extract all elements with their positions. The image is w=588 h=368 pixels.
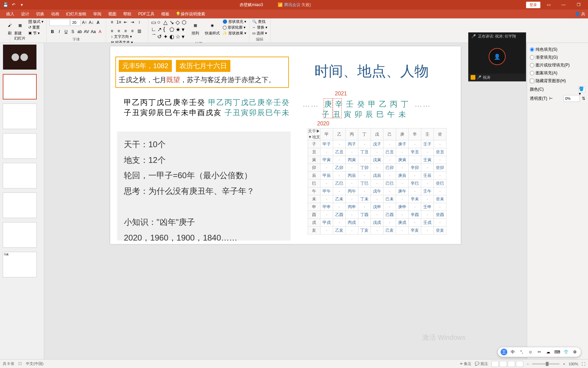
save-icon[interactable]: 💾	[3, 2, 8, 7]
underline-icon[interactable]: U	[63, 29, 69, 35]
justify-icon[interactable]: ≡	[129, 28, 135, 34]
sorter-view-icon[interactable]	[500, 361, 507, 367]
opt-hide-bg[interactable]: 隐藏背景图形(H)	[530, 77, 585, 85]
align-center-icon[interactable]: ≡	[116, 28, 122, 34]
indent-inc-icon[interactable]: ⇥	[129, 19, 135, 25]
select-button[interactable]: ▭ 选择 ▾	[252, 31, 267, 36]
slide-thumb-1[interactable]	[3, 44, 37, 70]
ime-cn-icon[interactable]: 中	[509, 349, 516, 355]
text-direction-button[interactable]: ↕ 文字方向 ▾	[111, 34, 145, 39]
reset-button[interactable]: ↺ 重置	[28, 25, 44, 30]
arrange-button[interactable]: ▦排列	[189, 19, 202, 36]
opt-picture-fill[interactable]: 图片或纹理填充(P)	[530, 61, 585, 69]
clear-format-icon[interactable]: A̷	[95, 19, 101, 26]
shadow-icon[interactable]: S	[70, 29, 76, 35]
indent-dec-icon[interactable]: ⇤	[122, 19, 129, 25]
shape-fill-button[interactable]: 🔵 形状填充 ▾	[223, 19, 246, 24]
quick-style-button[interactable]: ◉快速样式	[203, 19, 221, 36]
replace-button[interactable]: ↔ 替换 ▾	[252, 25, 267, 30]
zoom-slider[interactable]	[532, 363, 559, 365]
slide-text-box[interactable]: 元丰5年，1082 农历七月十六日 壬戌之秋，七月既望，苏子与客泛舟游于赤壁之下…	[115, 57, 289, 88]
slide-thumb-3[interactable]	[3, 104, 37, 129]
slide-thumb-4[interactable]	[3, 133, 37, 159]
shape-rect-icon[interactable]: ▭	[151, 19, 157, 26]
ime-emoji-icon[interactable]: ☺	[527, 349, 534, 355]
menu-help[interactable]: 帮助	[120, 10, 135, 18]
minimize-icon[interactable]: —	[557, 0, 570, 10]
bullets-icon[interactable]: ≡	[109, 19, 115, 25]
find-button[interactable]: 🔍 查找	[252, 19, 267, 24]
menu-template[interactable]: 模板	[158, 10, 173, 18]
menu-view[interactable]: 视图	[105, 10, 120, 18]
slide-thumb-8[interactable]: 尽藏	[3, 252, 37, 277]
ime-toolbar[interactable]: 王 中 °, ☺ ✂ ☁ ⌨ 👕 ⚙	[497, 347, 581, 357]
maximize-icon[interactable]: ❐	[572, 0, 585, 10]
shape-effect-button[interactable]: ✨ 形状效果 ▾	[223, 31, 246, 36]
ime-skin-icon[interactable]: 👕	[562, 349, 569, 355]
language-label[interactable]: 中文(中国)	[26, 361, 43, 366]
shape-outline-button[interactable]: ◯ 形状轮廓 ▾	[223, 25, 246, 30]
ime-keyboard-icon[interactable]: ⌨	[554, 349, 560, 355]
slide[interactable]: 元丰5年，1082 农历七月十六日 壬戌之秋，七月既望，苏子与客泛舟游于赤壁之下…	[110, 46, 461, 244]
slide-thumb-2[interactable]	[3, 74, 37, 99]
zoom-in-icon[interactable]: +	[563, 362, 565, 366]
fit-window-icon[interactable]: ⛶	[582, 362, 585, 366]
section-button[interactable]: ▣ 节 ▾	[28, 31, 44, 36]
opt-pattern-fill[interactable]: 图案填充(A)	[530, 69, 585, 77]
menu-transition[interactable]: 切换	[33, 10, 48, 18]
opt-solid-fill[interactable]: 纯色填充(S)	[530, 46, 585, 53]
slide-canvas[interactable]: 元丰5年，1082 农历七月十六日 壬戌之秋，七月既望，苏子与客泛舟游于赤壁之下…	[44, 43, 527, 359]
decrease-font-icon[interactable]: A↓	[88, 19, 94, 26]
font-color-icon[interactable]: A	[97, 29, 103, 35]
align-left-icon[interactable]: ≡	[109, 28, 115, 34]
menu-design[interactable]: 设计	[18, 10, 33, 18]
reading-view-icon[interactable]	[508, 361, 515, 367]
font-size-input[interactable]	[70, 19, 81, 26]
columns-icon[interactable]: ▥	[136, 28, 142, 34]
normal-view-icon[interactable]	[491, 361, 499, 367]
strike-icon[interactable]: ab	[77, 29, 83, 35]
new-slide-button[interactable]: ▦新建 幻灯片	[13, 19, 27, 42]
ime-cut-icon[interactable]: ✂	[536, 349, 543, 355]
zoom-out-icon[interactable]: −	[527, 362, 529, 366]
change-case-icon[interactable]: Aa	[90, 29, 96, 35]
share-button[interactable]: 👤 共	[575, 11, 588, 17]
slide-thumb-6[interactable]	[3, 193, 37, 218]
color-picker[interactable]: 🪣▾	[578, 86, 585, 92]
redo-icon[interactable]: ▾	[19, 2, 24, 7]
slide-thumb-5[interactable]	[3, 163, 37, 188]
increase-font-icon[interactable]: A↑	[81, 19, 87, 26]
meeting-video-overlay[interactable]: 🎤正在讲话: 祝涛; 任宇翔 👤 🎤祝涛	[468, 32, 526, 81]
shapes-gallery[interactable]: ▭○△↘◇⬡ ∟↗{⬠★▾ ⌒↺✦◐☆▾	[151, 19, 187, 41]
opt-gradient-fill[interactable]: 渐变填充(G)	[530, 53, 585, 61]
layout-button[interactable]: ▦ 版式 ▾	[28, 19, 44, 24]
tell-me-search[interactable]: 💡 操作说明搜索	[176, 11, 205, 17]
menu-review[interactable]: 审阅	[90, 10, 105, 18]
spinner-icon[interactable]: ⇅	[582, 96, 585, 101]
slideshow-view-icon[interactable]	[516, 361, 523, 367]
slide-thumb-7[interactable]	[3, 222, 37, 248]
zoom-label[interactable]: 100%	[569, 362, 578, 366]
menu-pdf[interactable]: PDF工具	[135, 10, 158, 18]
font-name-input[interactable]	[49, 19, 70, 26]
italic-icon[interactable]: I	[56, 29, 62, 35]
line-spacing-icon[interactable]: ↕	[136, 19, 142, 25]
ime-logo-icon[interactable]: 王	[501, 349, 507, 355]
align-right-icon[interactable]: ≡	[122, 28, 129, 34]
menu-animation[interactable]: 动画	[48, 10, 63, 18]
accessibility-icon[interactable]: ☐	[18, 362, 22, 366]
comments-button[interactable]: 💬 批注	[475, 361, 488, 366]
ime-punct-icon[interactable]: °,	[518, 349, 525, 355]
transparency-input[interactable]	[564, 95, 580, 102]
numbering-icon[interactable]: 1≡	[116, 19, 122, 25]
login-button[interactable]: 登录	[526, 2, 540, 8]
slide-count-label[interactable]: 共 9 张	[3, 361, 14, 366]
menu-insert[interactable]: 插入	[3, 10, 18, 18]
bold-icon[interactable]: B	[49, 29, 55, 35]
ribbon-mode-icon[interactable]: ▭	[542, 0, 555, 10]
thumbnail-pane[interactable]: 尽藏	[0, 43, 44, 359]
ime-settings-icon[interactable]: ⚙	[571, 349, 578, 355]
undo-icon[interactable]: ↶	[11, 2, 16, 7]
spacing-icon[interactable]: AV	[83, 29, 89, 35]
notes-button[interactable]: ≐ 备注	[460, 361, 471, 366]
